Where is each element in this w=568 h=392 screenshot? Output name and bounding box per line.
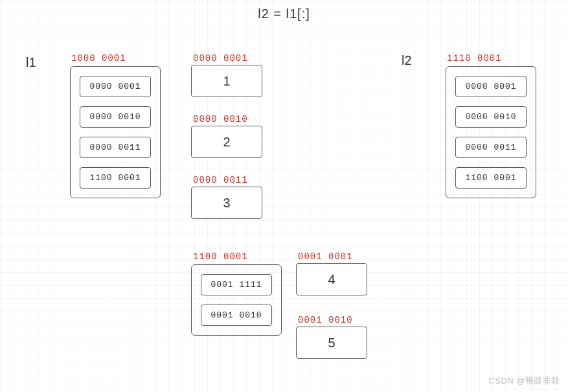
- nested-cell-1: 0001 0010: [201, 305, 271, 326]
- int2-address: 0000 0010: [193, 114, 248, 124]
- nested-int1-value: 4: [328, 272, 335, 287]
- l2-cell-0: 0000 0001: [455, 76, 526, 97]
- l1-cell-0: 0000 0001: [80, 76, 150, 97]
- l1-cell-1: 0000 0010: [80, 106, 150, 128]
- nested-int2-value: 5: [328, 336, 335, 351]
- l1-container: 0000 0001 0000 0010 0000 0011 1100 0001: [70, 66, 161, 198]
- int2-value: 2: [223, 135, 230, 150]
- diagram-title: l2 = l1[:]: [0, 6, 568, 21]
- l2-cell-3: 1100 0001: [455, 167, 526, 189]
- l2-container: 0000 0001 0000 0010 0000 0011 1100 0001: [446, 66, 536, 198]
- int3-value: 3: [223, 196, 230, 211]
- nested-address: 1100 0001: [193, 251, 248, 262]
- nested-container: 0001 1111 0001 0010: [191, 264, 282, 336]
- l2-cell-2: 0000 0011: [455, 137, 526, 158]
- int3-box: 3: [191, 187, 262, 219]
- nested-int1-box: 4: [296, 263, 367, 295]
- watermark: CSDN @飛燚非燚: [488, 375, 560, 387]
- l1-address: 1000 0001: [71, 53, 126, 63]
- int3-address: 0000 0011: [193, 175, 248, 185]
- l1-label: l1: [26, 55, 36, 70]
- l1-cell-2: 0000 0011: [80, 137, 150, 158]
- int1-address: 0000 0001: [193, 53, 248, 63]
- nested-cell-0: 0001 1111: [201, 274, 271, 295]
- nested-int1-address: 0001 0001: [298, 251, 353, 262]
- nested-int2-box: 5: [296, 327, 367, 359]
- l2-cell-1: 0000 0010: [455, 106, 526, 128]
- l1-cell-3: 1100 0001: [80, 167, 150, 189]
- int1-box: 1: [191, 65, 262, 97]
- l2-label: l2: [402, 53, 412, 68]
- int2-box: 2: [191, 126, 262, 158]
- l2-address: 1110 0001: [447, 53, 502, 63]
- int1-value: 1: [223, 74, 230, 89]
- nested-int2-address: 0001 0010: [298, 315, 353, 325]
